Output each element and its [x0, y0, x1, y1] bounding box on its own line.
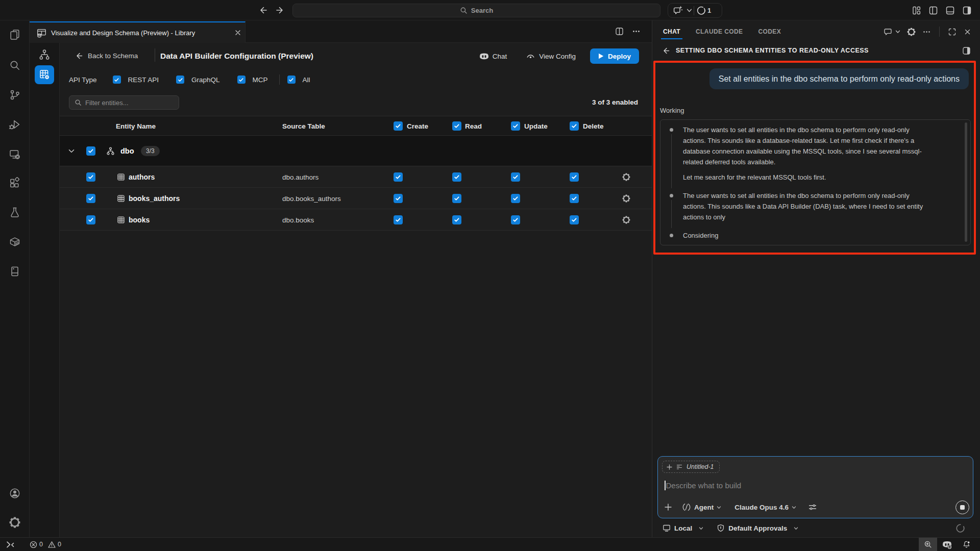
- header-divider: [155, 48, 155, 62]
- api-type-mcp[interactable]: MCP: [237, 76, 268, 84]
- environment-picker[interactable]: Local: [663, 524, 703, 532]
- editor-more-actions-icon[interactable]: [632, 27, 641, 36]
- update-all-checkbox[interactable]: [511, 121, 520, 131]
- settings-gear-icon[interactable]: [9, 516, 21, 529]
- row-settings-gear-icon[interactable]: [622, 194, 630, 203]
- close-panel-icon[interactable]: [963, 28, 972, 36]
- delete-checkbox[interactable]: [570, 172, 579, 182]
- back-to-schema-button[interactable]: Back to Schema: [75, 52, 138, 60]
- update-checkbox[interactable]: [511, 172, 520, 182]
- mode-picker[interactable]: Agent: [682, 503, 721, 511]
- remote-explorer-icon[interactable]: [9, 148, 21, 161]
- run-debug-icon[interactable]: [9, 118, 21, 131]
- api-type-all[interactable]: All: [287, 76, 310, 84]
- read-all-checkbox[interactable]: [452, 121, 461, 131]
- remote-indicator[interactable]: [0, 538, 19, 551]
- explorer-icon[interactable]: [9, 29, 21, 41]
- approvals-picker[interactable]: Default Approvals: [717, 524, 798, 532]
- row-checkbox[interactable]: [86, 172, 95, 182]
- tab-chat[interactable]: CHAT: [663, 20, 680, 43]
- monitor-icon: [663, 524, 671, 532]
- delete-checkbox[interactable]: [570, 215, 579, 224]
- read-checkbox[interactable]: [452, 215, 461, 224]
- copilot-status-icon: [942, 540, 952, 549]
- read-checkbox[interactable]: [452, 194, 461, 203]
- history-forward-icon[interactable]: [275, 5, 285, 15]
- delete-all-checkbox[interactable]: [570, 121, 579, 131]
- toggle-panel-icon[interactable]: [945, 6, 955, 15]
- entity-row-books[interactable]: books dbo.books: [60, 209, 652, 231]
- comment-discussion-icon[interactable]: [884, 28, 892, 36]
- row-settings-gear-icon[interactable]: [622, 216, 630, 224]
- group-checkbox[interactable]: [86, 146, 95, 156]
- tab-close-icon[interactable]: [234, 29, 242, 37]
- problems-indicator[interactable]: 0 0: [26, 538, 65, 551]
- stop-button[interactable]: [955, 500, 969, 514]
- context-attachment-pill[interactable]: Untitled-1: [662, 461, 720, 473]
- update-checkbox[interactable]: [511, 215, 520, 224]
- thought-item: The user wants to set all entities in th…: [670, 124, 961, 183]
- table-entity-icon: [117, 173, 125, 181]
- schema-group-row[interactable]: dbo 3/3: [60, 136, 652, 166]
- account-icon[interactable]: [9, 487, 21, 499]
- row-checkbox[interactable]: [86, 194, 95, 203]
- history-back-icon[interactable]: [258, 5, 268, 15]
- container-icon[interactable]: [9, 236, 21, 248]
- copilot-status[interactable]: [937, 538, 957, 551]
- notifications[interactable]: [957, 538, 977, 551]
- editor-tab[interactable]: Visualize and Design Schema (Preview) - …: [30, 21, 246, 43]
- filter-entities-input[interactable]: Filter entities...: [69, 95, 179, 110]
- source-control-icon[interactable]: [9, 89, 21, 101]
- row-checkbox[interactable]: [86, 215, 95, 224]
- rest-api-checkbox[interactable]: [113, 76, 121, 84]
- model-picker[interactable]: Claude Opus 4.6: [734, 504, 796, 511]
- tab-codex[interactable]: CODEX: [758, 20, 781, 43]
- open-session-editor-icon[interactable]: [962, 46, 971, 55]
- delete-checkbox[interactable]: [570, 194, 579, 203]
- all-checkbox[interactable]: [287, 76, 296, 84]
- tools-config-button[interactable]: [808, 503, 817, 511]
- chat-input-box[interactable]: Untitled-1 Describe what to build Agent: [657, 456, 973, 518]
- command-center-search[interactable]: Search: [292, 4, 660, 17]
- deploy-button[interactable]: Deploy: [590, 48, 639, 64]
- entity-row-books-authors[interactable]: books_authors dbo.books_authors: [60, 188, 652, 209]
- dab-config-icon-active[interactable]: [35, 65, 54, 84]
- view-config-button[interactable]: View Config: [526, 52, 576, 61]
- session-progress-icon[interactable]: [697, 6, 706, 15]
- customize-layout-icon[interactable]: [912, 6, 921, 15]
- chat-mode-chevron-icon[interactable]: [895, 29, 900, 34]
- chat-back-icon[interactable]: [662, 46, 671, 55]
- chevron-down-icon[interactable]: [67, 147, 76, 155]
- attach-button[interactable]: [664, 503, 672, 511]
- update-checkbox[interactable]: [511, 194, 520, 203]
- maximize-panel-icon[interactable]: [948, 28, 957, 36]
- row-settings-gear-icon[interactable]: [622, 173, 630, 181]
- create-checkbox[interactable]: [394, 194, 403, 203]
- split-editor-action-icon[interactable]: [615, 27, 624, 36]
- test-lab-icon[interactable]: [9, 206, 21, 218]
- thoughts-scrollbar[interactable]: [965, 122, 967, 242]
- chat-button[interactable]: Chat: [479, 52, 507, 61]
- copilot-chat-icon[interactable]: [673, 6, 683, 15]
- chat-more-actions-icon[interactable]: [922, 28, 931, 36]
- create-checkbox[interactable]: [394, 215, 403, 224]
- api-type-graphql[interactable]: GraphQL: [176, 76, 220, 84]
- graphql-checkbox[interactable]: [176, 76, 184, 84]
- read-checkbox[interactable]: [452, 172, 461, 182]
- copilot-menu-chevron-icon[interactable]: [687, 8, 692, 13]
- chat-settings-gear-icon[interactable]: [907, 28, 916, 36]
- extensions-icon[interactable]: [9, 177, 21, 189]
- zoom-indicator[interactable]: [919, 538, 937, 551]
- toggle-secondary-sidebar-icon[interactable]: [962, 6, 972, 15]
- database-server-icon[interactable]: [9, 265, 21, 278]
- search-sidebar-icon[interactable]: [9, 59, 21, 71]
- create-checkbox[interactable]: [394, 172, 403, 182]
- split-editor-icon[interactable]: [928, 6, 938, 15]
- api-type-rest[interactable]: REST API: [113, 76, 159, 84]
- schema-visualize-icon[interactable]: [38, 48, 51, 61]
- create-all-checkbox[interactable]: [394, 121, 403, 131]
- search-icon: [460, 7, 468, 14]
- entity-row-authors[interactable]: authors dbo.authors: [60, 166, 652, 188]
- mcp-checkbox[interactable]: [237, 76, 246, 84]
- tab-claude-code[interactable]: CLAUDE CODE: [696, 20, 743, 43]
